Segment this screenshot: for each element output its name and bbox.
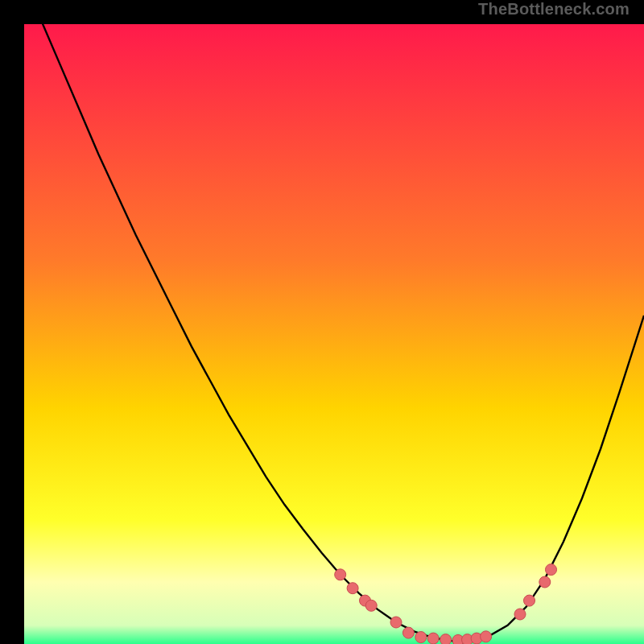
data-point xyxy=(481,631,492,642)
data-point xyxy=(365,600,377,611)
chart-frame xyxy=(12,12,632,632)
data-point xyxy=(390,617,402,628)
data-point xyxy=(514,609,526,620)
chart-svg xyxy=(24,24,644,644)
data-point xyxy=(546,564,557,576)
gradient-background xyxy=(24,24,644,644)
data-point xyxy=(335,569,346,580)
data-point xyxy=(539,576,551,588)
data-point xyxy=(524,595,535,606)
data-point xyxy=(440,634,452,644)
data-point xyxy=(415,632,427,643)
data-point xyxy=(347,583,358,594)
data-point xyxy=(427,633,439,644)
watermark-text: TheBottleneck.com xyxy=(478,0,630,19)
data-point xyxy=(402,627,414,638)
